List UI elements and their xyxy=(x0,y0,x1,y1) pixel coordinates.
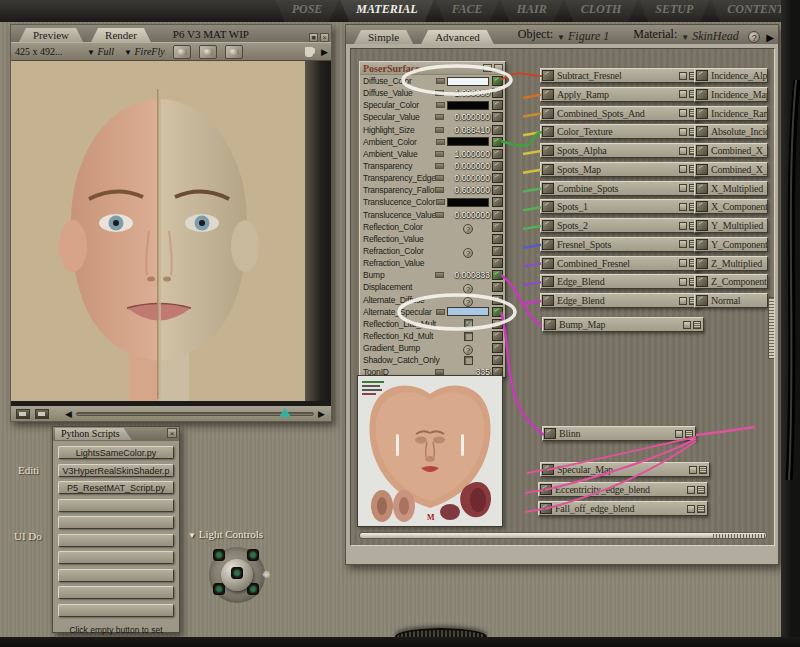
node-plug-icon[interactable] xyxy=(492,282,503,292)
shader-node-x-multiplied[interactable]: X_Multiplied xyxy=(694,181,768,196)
node-minimize-icon[interactable] xyxy=(689,466,697,474)
node-plug-icon[interactable] xyxy=(492,270,503,280)
shader-node-color-texture[interactable]: Color_Texture xyxy=(540,124,700,139)
color-swatch[interactable] xyxy=(447,307,489,316)
node-plug-icon[interactable] xyxy=(696,239,708,250)
shader-node-z-multiplied[interactable]: Z_Multiplied xyxy=(694,256,768,271)
node-plug-icon[interactable] xyxy=(696,201,708,212)
render-canvas[interactable] xyxy=(11,61,331,406)
node-plug-icon[interactable] xyxy=(542,276,554,287)
node-preview-icon[interactable] xyxy=(697,505,705,513)
frame-slider[interactable]: ◀ ▶ xyxy=(65,409,325,419)
value-dial[interactable]: 0.600000 xyxy=(446,185,490,195)
render-settings-icon[interactable] xyxy=(225,45,243,59)
keyframe-icon[interactable] xyxy=(435,151,444,157)
python-empty-button[interactable] xyxy=(58,604,174,617)
shader-node-y-component[interactable]: Y_Component xyxy=(694,237,768,252)
render-resolution[interactable]: 425 x 492... xyxy=(15,46,77,57)
node-plug-icon[interactable] xyxy=(542,164,554,175)
node-minimize-icon[interactable] xyxy=(679,147,687,155)
shader-node-spots-map[interactable]: Spots_Map xyxy=(540,162,700,177)
node-collapse-icon[interactable] xyxy=(483,64,492,72)
posersurface-node[interactable]: PoserSurface Diffuse_ColorDiffuse_Value1… xyxy=(359,61,506,378)
node-minimize-icon[interactable] xyxy=(679,259,687,267)
light-create-icon[interactable]: ✺ xyxy=(262,569,272,581)
node-plug-icon[interactable] xyxy=(542,295,554,306)
render-size-dropdown[interactable]: ▼ Full xyxy=(87,46,114,57)
python-empty-button[interactable] xyxy=(58,516,174,529)
python-empty-button[interactable] xyxy=(58,534,174,547)
render-icon[interactable] xyxy=(199,45,217,59)
room-tab-pose[interactable]: POSE xyxy=(276,0,339,22)
python-empty-button[interactable] xyxy=(58,569,174,582)
keyframe-icon[interactable] xyxy=(435,127,444,133)
color-swatch[interactable] xyxy=(447,101,489,110)
shader-node-incidence-ramp[interactable]: Incidence_Ramp xyxy=(694,106,768,121)
node-plug-icon[interactable] xyxy=(492,137,503,147)
node-plug-icon[interactable] xyxy=(492,161,503,171)
slider-track[interactable] xyxy=(76,412,314,416)
keyframe-icon[interactable] xyxy=(436,78,445,84)
node-plug-icon[interactable] xyxy=(492,76,503,86)
node-plug-icon[interactable] xyxy=(542,258,554,269)
node-plug-icon[interactable] xyxy=(492,88,503,98)
node-plug-icon[interactable] xyxy=(492,355,503,365)
tab-simple[interactable]: Simple xyxy=(354,30,413,44)
shader-node-eccentricity-edge-blend[interactable]: Eccentricity_edge_blend xyxy=(538,482,708,497)
shader-node-combined-spots-and[interactable]: Combined_Spots_And xyxy=(540,106,700,121)
keyframe-icon[interactable] xyxy=(435,90,444,96)
node-minimize-icon[interactable] xyxy=(679,90,687,98)
node-minimize-icon[interactable] xyxy=(679,184,687,192)
node-plug-icon[interactable] xyxy=(542,201,554,212)
panel-expand-icon[interactable]: ■ xyxy=(309,33,318,42)
slider-right-arrow-icon[interactable]: ▶ xyxy=(318,409,325,419)
pan-hand-icon[interactable] xyxy=(303,46,315,58)
tab-preview[interactable]: Preview xyxy=(19,28,83,42)
node-plug-icon[interactable] xyxy=(492,100,503,110)
shader-node-y-multiplied[interactable]: Y_Multiplied xyxy=(694,218,768,233)
keyframe-icon[interactable] xyxy=(436,102,445,108)
node-plug-icon[interactable] xyxy=(492,234,503,244)
area-render-icon[interactable] xyxy=(173,45,191,59)
node-minimize-icon[interactable] xyxy=(679,109,687,117)
palette-flyout-arrow-icon[interactable]: ▶ xyxy=(766,32,774,43)
value-dial[interactable]: 0.000000 xyxy=(446,112,490,122)
node-plug-icon[interactable] xyxy=(696,108,708,119)
keyframe-icon[interactable] xyxy=(435,114,444,120)
node-minimize-icon[interactable] xyxy=(679,297,687,305)
horizontal-scrollbar[interactable] xyxy=(359,532,767,539)
shader-node-x-component[interactable]: X_Component xyxy=(694,199,768,214)
tab-advanced[interactable]: Advanced xyxy=(421,30,494,44)
python-script-button[interactable]: P5_ResetMAT_Script.py xyxy=(58,481,174,494)
shader-node-incidence-map[interactable]: Incidence_Map xyxy=(694,87,768,102)
slider-thumb[interactable] xyxy=(279,408,291,417)
node-plug-icon[interactable] xyxy=(696,126,708,137)
node-plug-icon[interactable] xyxy=(492,246,503,256)
node-preview-icon[interactable] xyxy=(697,486,705,494)
keyframe-icon[interactable] xyxy=(435,187,444,193)
node-plug-icon[interactable] xyxy=(492,258,503,268)
node-plug-icon[interactable] xyxy=(492,295,503,305)
value-dial[interactable]: 1.000000 xyxy=(446,149,490,159)
value-dial[interactable]: 0.086410 xyxy=(446,125,490,135)
texture-map-preview[interactable]: M xyxy=(357,375,503,527)
shader-node-subtract-fresnel[interactable]: Subtract_Fresnel xyxy=(540,68,700,83)
room-tab-hair[interactable]: HAIR xyxy=(501,0,563,22)
node-plug-icon[interactable] xyxy=(540,484,552,495)
shader-node-edge-blend[interactable]: Edge_Blend xyxy=(540,293,700,308)
node-plug-icon[interactable] xyxy=(492,197,503,207)
shader-node-combined-x-y[interactable]: Combined_X_Y xyxy=(694,162,768,177)
light-controls-label[interactable]: ▼ Light Controls xyxy=(188,528,263,540)
shader-node-combined-x-y-[interactable]: Combined_X_Y_ xyxy=(694,143,768,158)
keyframe-icon[interactable] xyxy=(435,272,444,278)
light-indicator-1[interactable] xyxy=(213,549,225,561)
keyframe-icon[interactable] xyxy=(435,163,444,169)
shader-node-combined-fresnel[interactable]: Combined_Fresnel xyxy=(540,256,700,271)
node-plug-icon[interactable] xyxy=(696,89,708,100)
node-plug-icon[interactable] xyxy=(542,145,554,156)
panel-close-icon[interactable]: × xyxy=(320,33,329,42)
shader-node-specular-map[interactable]: Specular_Map xyxy=(540,462,710,477)
compare-render-icon-1[interactable] xyxy=(16,409,30,419)
node-plug-icon[interactable] xyxy=(542,126,554,137)
node-plug-icon[interactable] xyxy=(542,220,554,231)
